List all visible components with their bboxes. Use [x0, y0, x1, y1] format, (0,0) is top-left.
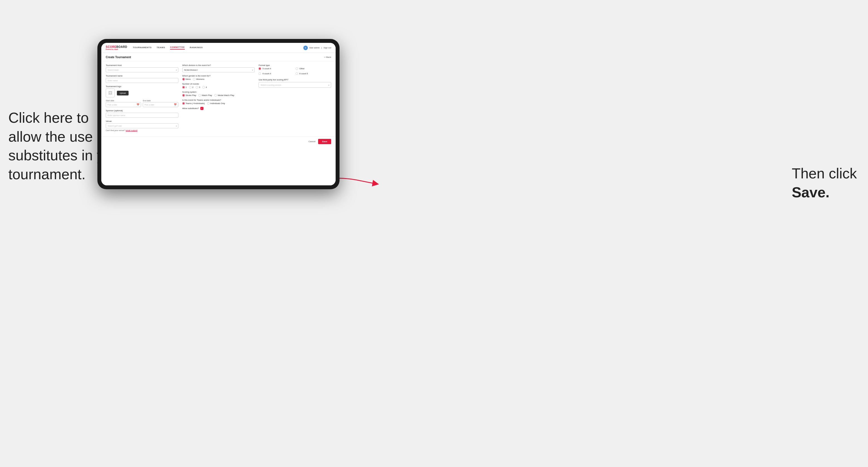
- sponsor-label: Sponsor (optional): [106, 110, 178, 112]
- division-label: Which division is the event for?: [182, 64, 255, 66]
- start-date-field: Start date Pick a date 📅: [106, 100, 141, 107]
- venue-field: Venue Search golf club ▾ Can't find your…: [106, 120, 178, 131]
- scoring-stroke[interactable]: Stroke Play: [182, 94, 196, 97]
- upload-button[interactable]: Upload: [117, 91, 129, 95]
- round-3[interactable]: 3: [196, 86, 200, 89]
- sponsor-input[interactable]: Enter sponsor name: [106, 113, 178, 118]
- annotation-left-line4: tournament.: [8, 166, 86, 182]
- format-6count5-radio[interactable]: [296, 72, 298, 75]
- col-middle: Which division is the event for? NCAA Di…: [182, 64, 255, 133]
- nav-user: B blair admin | Sign out: [303, 45, 331, 50]
- start-date-label: Start date: [106, 100, 141, 101]
- rounds-label: Number of rounds: [182, 83, 255, 85]
- nav-links: TOURNAMENTS TEAMS COMMITTEE RANKINGS: [133, 46, 303, 50]
- nav-rankings[interactable]: RANKINGS: [190, 46, 203, 49]
- allow-substitutes-checkbox[interactable]: ✓: [200, 107, 204, 110]
- nav-logo-scoreboard: SCORESCOREBOARDBOARD: [106, 45, 127, 49]
- format-other-radio[interactable]: [296, 67, 298, 70]
- round-4[interactable]: 4: [202, 86, 207, 89]
- scoring-match-radio[interactable]: [198, 94, 201, 97]
- date-row: Start date Pick a date 📅 End date Pick a…: [106, 100, 178, 107]
- format-6count4[interactable]: 6 count 4: [258, 72, 294, 75]
- logo-placeholder: 🖼: [106, 89, 115, 97]
- scoring-medal-label: Medal Match Play: [218, 94, 234, 97]
- format-5count4[interactable]: 5 count 4: [258, 67, 294, 70]
- round-4-label: 4: [206, 86, 207, 89]
- division-select[interactable]: NCAA Division I ▾: [182, 67, 255, 72]
- nav-teams[interactable]: TEAMS: [157, 46, 165, 49]
- event-individuals[interactable]: Individuals Only: [207, 102, 225, 105]
- scoring-api-label: Use third-party live scoring API?: [258, 79, 331, 81]
- event-teams-radio[interactable]: [182, 102, 185, 105]
- tournament-host-field: Tournament Host Search team ▾: [106, 64, 178, 72]
- cancel-button[interactable]: Cancel: [308, 140, 315, 143]
- annotation-right: Then click Save.: [792, 164, 857, 202]
- page-title: Create Tournament: [106, 56, 131, 59]
- dropdown-arrow-venue-icon: ▾: [176, 125, 177, 127]
- round-3-radio[interactable]: [196, 86, 198, 89]
- nav-username: blair admin: [309, 46, 320, 49]
- gender-radio-group: Mens Womens: [182, 78, 255, 81]
- scoring-service-select[interactable]: Select a scoring service ▾: [258, 82, 331, 88]
- gender-mens-label: Mens: [186, 78, 191, 81]
- end-date-label: End date: [143, 100, 178, 101]
- format-6count5[interactable]: 6 count 5: [296, 72, 331, 75]
- tournament-name-input[interactable]: Enter name: [106, 78, 178, 83]
- email-support-link[interactable]: email support: [126, 129, 137, 131]
- scoring-medal-match[interactable]: Medal Match Play: [214, 94, 234, 97]
- round-2[interactable]: 2: [189, 86, 193, 89]
- gender-mens-radio[interactable]: [182, 78, 185, 81]
- round-1-radio[interactable]: [182, 86, 185, 89]
- form-footer: Cancel Save: [101, 136, 336, 146]
- annotation-right-line1: Then click: [792, 165, 857, 182]
- nav-committee[interactable]: COMMITTEE: [170, 46, 185, 50]
- round-4-radio[interactable]: [202, 86, 205, 89]
- venue-input[interactable]: Search golf club ▾: [106, 123, 178, 128]
- tablet-screen: SCORESCOREBOARDBOARD Powered by clippd T…: [101, 43, 336, 185]
- start-date-input[interactable]: Pick a date 📅: [106, 102, 141, 107]
- round-3-label: 3: [199, 86, 200, 89]
- sign-out-link[interactable]: Sign out: [323, 46, 331, 49]
- round-1-label: 1: [186, 86, 187, 89]
- avatar: B: [303, 45, 308, 50]
- scoring-match[interactable]: Match Play: [198, 94, 212, 97]
- tournament-name-field: Tournament name Enter name: [106, 74, 178, 83]
- scoring-field: Scoring system Stroke Play Match Play: [182, 91, 255, 97]
- rounds-radio-group: 1 2 3 4: [182, 86, 255, 89]
- tablet-device: SCORESCOREBOARDBOARD Powered by clippd T…: [97, 39, 340, 189]
- tournament-host-input[interactable]: Search team ▾: [106, 67, 178, 72]
- annotation-right-line2: Save.: [792, 184, 830, 200]
- scoring-api-field: Use third-party live scoring API? Select…: [258, 79, 331, 88]
- event-teams-label: Teams (+Individuals): [186, 102, 205, 105]
- division-field: Which division is the event for? NCAA Di…: [182, 64, 255, 72]
- gender-womens[interactable]: Womens: [193, 78, 204, 81]
- round-1[interactable]: 1: [182, 86, 187, 89]
- nav-tournaments[interactable]: TOURNAMENTS: [133, 46, 152, 49]
- event-individuals-radio[interactable]: [207, 102, 210, 105]
- save-button[interactable]: Save: [318, 139, 331, 144]
- col-right: Format type 5 count 4 Other: [258, 64, 331, 133]
- gender-mens[interactable]: Mens: [182, 78, 191, 81]
- round-2-radio[interactable]: [189, 86, 191, 89]
- sponsor-field: Sponsor (optional) Enter sponsor name: [106, 110, 178, 118]
- scoring-stroke-radio[interactable]: [182, 94, 185, 97]
- event-teams[interactable]: Teams (+Individuals): [182, 102, 205, 105]
- event-individuals-label: Individuals Only: [210, 102, 225, 105]
- gender-field: Which gender is the event for? Mens Wome…: [182, 74, 255, 81]
- end-date-input[interactable]: Pick a date 📅: [143, 102, 178, 107]
- format-5count4-label: 5 count 4: [262, 67, 271, 70]
- scoring-label: Scoring system: [182, 91, 255, 93]
- format-5count4-radio[interactable]: [258, 67, 261, 70]
- format-6count4-radio[interactable]: [258, 72, 261, 75]
- scoring-medal-radio[interactable]: [214, 94, 217, 97]
- annotation-left-line1: Click here to: [8, 110, 89, 126]
- gender-womens-radio[interactable]: [193, 78, 195, 81]
- format-other[interactable]: Other: [296, 67, 331, 70]
- back-button[interactable]: < Back: [324, 56, 331, 58]
- venue-hint: Can't find your venue? email support: [106, 129, 178, 131]
- scoring-stroke-label: Stroke Play: [186, 94, 196, 97]
- event-type-radio-group: Teams (+Individuals) Individuals Only: [182, 102, 255, 105]
- dropdown-arrow-division-icon: ▾: [252, 69, 253, 71]
- format-6count4-label: 6 count 4: [262, 72, 271, 75]
- page-content: Tournament Host Search team ▾ Tournament…: [101, 61, 336, 185]
